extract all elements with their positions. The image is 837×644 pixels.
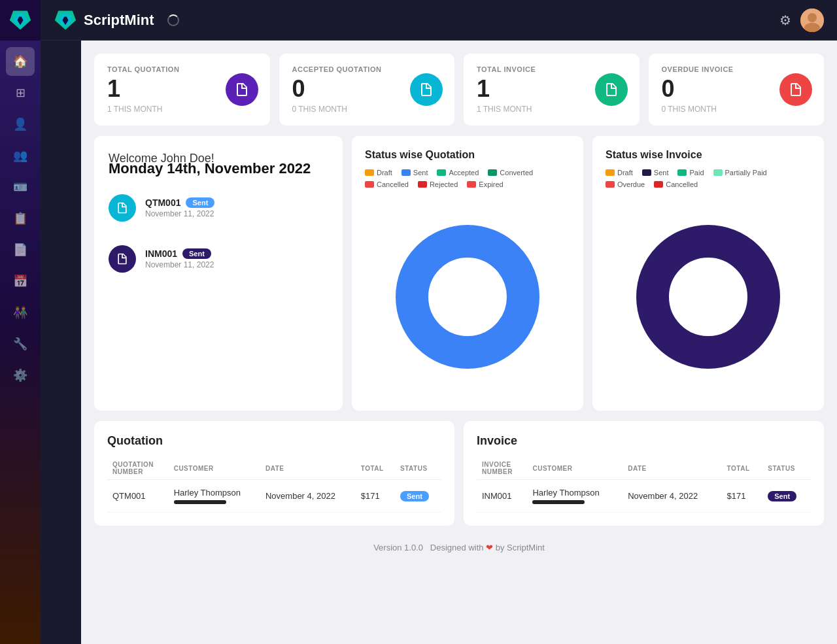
customer-bar-quot bbox=[174, 500, 226, 504]
legend-dot-expired-quot bbox=[467, 181, 476, 188]
svg-point-12 bbox=[672, 261, 744, 333]
badge-qtm001: Sent bbox=[186, 197, 214, 208]
quotation-table-card: Quotation QUOTATIONNUMBER CUSTOMER DATE … bbox=[94, 421, 454, 526]
badge-inm001: Sent bbox=[182, 248, 211, 259]
stat-label-total-quotation: TOTAL QUOTATION bbox=[107, 65, 257, 73]
stat-icon-overdue-invoice bbox=[779, 73, 812, 106]
sidebar-nav: 🏠 ⊞ 👤 👥 🪪 📋 📄 📅 👫 🔧 ⚙️ bbox=[6, 41, 35, 644]
col-quotation-customer: CUSTOMER bbox=[169, 457, 260, 480]
col-invoice-date: DATE bbox=[623, 457, 721, 480]
stat-card-accepted-quotation: ACCEPTED QUOTATION 0 0 THIS MONTH bbox=[279, 54, 455, 126]
sidebar-item-home[interactable]: 🏠 bbox=[6, 47, 35, 76]
sidebar-item-staff[interactable]: 👫 bbox=[6, 298, 35, 327]
cell-inv-total: $171 bbox=[722, 480, 763, 513]
stat-card-overdue-invoice: OVERDUE INVOICE 0 0 THIS MONTH bbox=[649, 54, 825, 126]
welcome-card: Welcome John Doe! Monday 14th, November … bbox=[94, 136, 343, 411]
cell-quot-total: $171 bbox=[356, 480, 395, 513]
legend-draft-quot: Draft bbox=[365, 169, 392, 177]
sidebar-item-tools[interactable]: 🔧 bbox=[6, 330, 35, 358]
legend-dot-cancelled-inv bbox=[654, 181, 663, 188]
topbar-brand: ScriptMint bbox=[54, 8, 779, 32]
col-quotation-status: STATUS bbox=[395, 457, 441, 480]
col-invoice-status: STATUS bbox=[762, 457, 811, 480]
quotation-chart-card: Status wise Quotation Draft Sent Accepte… bbox=[352, 136, 583, 411]
stat-icon-total-quotation bbox=[226, 73, 258, 106]
invoice-chart-legend: Draft Sent Paid Partially Paid Overdue bbox=[606, 169, 811, 188]
sidebar-logo[interactable] bbox=[0, 0, 41, 41]
sidebar-item-users[interactable]: 👤 bbox=[6, 110, 35, 139]
sidebar-item-invoices[interactable]: 📄 bbox=[6, 235, 35, 264]
stat-label-overdue-invoice: OVERDUE INVOICE bbox=[662, 65, 811, 73]
cell-inv-number: INM001 bbox=[477, 480, 527, 513]
col-invoice-total: TOTAL bbox=[722, 457, 763, 480]
stat-icon-total-invoice bbox=[595, 73, 628, 106]
cell-inv-customer: Harley Thompson bbox=[527, 480, 623, 513]
middle-row: Welcome John Doe! Monday 14th, November … bbox=[94, 136, 824, 411]
legend-dot-rejected-quot bbox=[418, 181, 427, 188]
sidebar-item-quotations[interactable]: 📋 bbox=[6, 204, 35, 233]
badge-inv-status: Sent bbox=[768, 491, 796, 501]
stat-sub-accepted-quotation: 0 THIS MONTH bbox=[292, 105, 442, 114]
loading-spinner bbox=[167, 14, 179, 26]
legend-paid-inv: Paid bbox=[677, 169, 704, 177]
legend-converted-quot: Converted bbox=[488, 169, 533, 177]
invoice-chart-card: Status wise Invoice Draft Sent Paid Part… bbox=[592, 136, 824, 411]
sidebar-item-dashboard[interactable]: ⊞ bbox=[6, 78, 35, 107]
legend-dot-sent-quot bbox=[401, 169, 411, 176]
legend-overdue-inv: Overdue bbox=[606, 180, 645, 188]
sidebar-item-contacts[interactable]: 🪪 bbox=[6, 173, 35, 201]
topbar: ScriptMint ⚙ bbox=[41, 0, 837, 41]
badge-quot-status: Sent bbox=[400, 491, 429, 501]
invoice-table-card: Invoice INVOICENUMBER CUSTOMER DATE TOTA… bbox=[464, 421, 824, 526]
invoice-donut-chart bbox=[636, 225, 780, 369]
activity-info-qtm001: QTM001 Sent November 11, 2022 bbox=[145, 197, 328, 218]
invoice-table-title: Invoice bbox=[477, 434, 811, 448]
legend-dot-overdue-inv bbox=[606, 181, 615, 188]
table-row[interactable]: QTM001 Harley Thompson November 4, 2022 … bbox=[107, 480, 441, 513]
welcome-date: Monday 14th, November 2022 bbox=[109, 160, 328, 177]
cell-quot-date: November 4, 2022 bbox=[260, 480, 356, 513]
activity-date-inm001: November 11, 2022 bbox=[145, 260, 328, 269]
quotation-chart-title: Status wise Quotation bbox=[365, 149, 570, 161]
activity-num-qtm001: QTM001 Sent bbox=[145, 197, 328, 208]
col-invoice-customer: CUSTOMER bbox=[527, 457, 623, 480]
cell-quot-customer: Harley Thompson bbox=[169, 480, 260, 513]
invoice-table: INVOICENUMBER CUSTOMER DATE TOTAL STATUS… bbox=[477, 457, 811, 513]
stat-sub-overdue-invoice: 0 THIS MONTH bbox=[662, 105, 811, 114]
stat-icon-accepted-quotation bbox=[410, 73, 443, 106]
legend-dot-cancelled-quot bbox=[365, 181, 374, 188]
activity-icon-qtm001 bbox=[109, 194, 136, 222]
quotation-table-title: Quotation bbox=[107, 434, 441, 448]
bottom-row: Quotation QUOTATIONNUMBER CUSTOMER DATE … bbox=[94, 421, 824, 526]
sidebar-item-team[interactable]: 👥 bbox=[6, 141, 35, 170]
activity-icon-inm001 bbox=[109, 245, 136, 273]
activity-info-inm001: INM001 Sent November 11, 2022 bbox=[145, 248, 328, 269]
activity-item-qtm001[interactable]: QTM001 Sent November 11, 2022 bbox=[109, 188, 328, 228]
legend-cancelled-inv: Cancelled bbox=[654, 180, 698, 188]
legend-dot-sent-inv bbox=[642, 169, 651, 176]
col-quotation-date: DATE bbox=[260, 457, 356, 480]
legend-dot-draft-inv bbox=[606, 169, 615, 176]
legend-dot-partial-inv bbox=[713, 169, 723, 176]
stat-sub-total-quotation: 1 THIS MONTH bbox=[107, 105, 257, 114]
settings-icon[interactable]: ⚙ bbox=[779, 12, 791, 28]
table-row[interactable]: INM001 Harley Thompson November 4, 2022 … bbox=[477, 480, 811, 513]
legend-cancelled-quot: Cancelled bbox=[365, 180, 409, 188]
user-avatar[interactable] bbox=[800, 8, 824, 32]
footer: Version 1.0.0 Designed with ❤ by ScriptM… bbox=[94, 536, 824, 559]
col-quotation-total: TOTAL bbox=[356, 457, 395, 480]
sidebar-item-calendar[interactable]: 📅 bbox=[6, 267, 35, 296]
quotation-chart-legend: Draft Sent Accepted Converted Cancelled bbox=[365, 169, 570, 188]
activity-item-inm001[interactable]: INM001 Sent November 11, 2022 bbox=[109, 239, 328, 279]
quotation-donut-area bbox=[365, 196, 570, 398]
legend-dot-paid-inv bbox=[677, 169, 687, 176]
sidebar-item-settings[interactable]: ⚙️ bbox=[6, 361, 35, 390]
quotation-table: QUOTATIONNUMBER CUSTOMER DATE TOTAL STAT… bbox=[107, 457, 441, 513]
legend-sent-quot: Sent bbox=[401, 169, 428, 177]
heart-icon: ❤ bbox=[486, 543, 493, 552]
stat-cards-row: TOTAL QUOTATION 1 1 THIS MONTH ACCEPTED … bbox=[94, 54, 824, 126]
brand-name: ScriptMint bbox=[84, 12, 154, 29]
customer-bar-inv bbox=[532, 500, 585, 504]
legend-accepted-quot: Accepted bbox=[437, 169, 479, 177]
legend-dot-draft-quot bbox=[365, 169, 374, 176]
